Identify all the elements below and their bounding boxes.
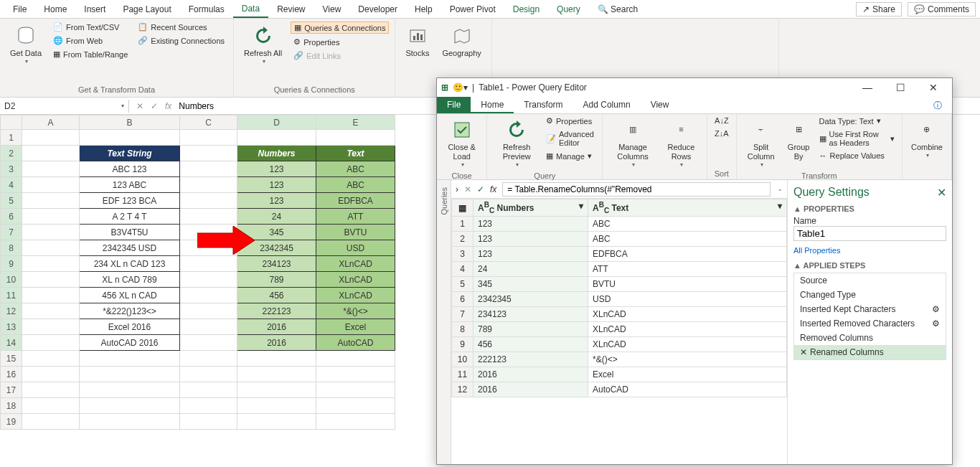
pq-row-number[interactable]: 5	[452, 277, 473, 292]
cell[interactable]: 789	[237, 272, 316, 288]
cell[interactable]: ABC	[316, 161, 395, 177]
name-box[interactable]: D2▾	[0, 100, 129, 113]
row-header[interactable]: 19	[1, 414, 22, 430]
tab-formulas[interactable]: Formulas	[180, 1, 233, 17]
pq-row-number[interactable]: 4	[452, 262, 473, 277]
pq-tab-add-column[interactable]: Add Column	[573, 97, 641, 113]
existing-connections-button[interactable]: 🔗 Existing Connections	[135, 35, 227, 46]
pq-row-number[interactable]: 10	[452, 352, 473, 367]
cell[interactable]: AutoCAD	[316, 335, 395, 351]
cell[interactable]: 123	[237, 177, 316, 193]
cell[interactable]: 234 XL n CAD 123	[80, 256, 180, 272]
smiley-icon[interactable]: 🙂▾	[453, 82, 468, 93]
pq-cell[interactable]: USD	[588, 292, 787, 307]
sort-desc-button[interactable]: Z↓A	[712, 128, 732, 138]
from-text-csv-button[interactable]: 📄 From Text/CSV	[50, 22, 131, 32]
stocks-button[interactable]: Stocks	[401, 22, 433, 61]
pq-cell[interactable]: 789	[473, 322, 588, 337]
tab-file[interactable]: File	[4, 1, 35, 17]
row-header[interactable]: 13	[1, 319, 22, 335]
row-header[interactable]: 17	[1, 382, 22, 398]
step-settings-icon[interactable]: ⚙	[932, 304, 940, 314]
fx-icon[interactable]: fx	[165, 101, 171, 111]
cell[interactable]: Excel 2016	[80, 319, 180, 335]
pq-cell[interactable]: 222123	[473, 352, 588, 367]
row-header[interactable]: 9	[1, 256, 22, 272]
tab-data[interactable]: Data	[233, 1, 268, 18]
col-header[interactable]: B	[80, 115, 180, 130]
close-settings-icon[interactable]: ✕	[937, 186, 946, 199]
queries-connections-button[interactable]: ▦ Queries & Connections	[291, 22, 389, 34]
queries-pane-toggle[interactable]: Queries	[437, 180, 451, 464]
pq-col-header-numbers[interactable]: ABC Numbers ▾	[473, 199, 588, 217]
pq-cell[interactable]: *&()<>	[588, 352, 787, 367]
tab-review[interactable]: Review	[268, 1, 314, 17]
pq-help-icon[interactable]: ⓘ	[923, 97, 952, 113]
cell[interactable]: XLnCAD	[316, 288, 395, 303]
applied-step[interactable]: Inserted Removed Characters⚙	[794, 316, 946, 331]
applied-step[interactable]: Source	[794, 273, 946, 288]
tab-view[interactable]: View	[314, 1, 350, 17]
row-header[interactable]: 6	[1, 209, 22, 225]
tab-query[interactable]: Query	[548, 1, 589, 17]
cell[interactable]: 123 ABC	[80, 177, 180, 193]
pq-row-number[interactable]: 6	[452, 292, 473, 307]
cell[interactable]: Excel	[316, 319, 395, 335]
pq-cell[interactable]: AutoCAD	[588, 382, 787, 397]
cell[interactable]: EDFBCA	[316, 193, 395, 209]
row-header[interactable]: 10	[1, 272, 22, 288]
pq-cancel-icon[interactable]: ✕	[464, 184, 471, 194]
pq-cell[interactable]: 123	[473, 247, 588, 262]
col-header[interactable]: D	[237, 115, 316, 130]
properties-button[interactable]: ⚙ Properties	[291, 37, 389, 47]
cell[interactable]: AutoCAD 2016	[80, 335, 180, 351]
pq-cell[interactable]: Excel	[588, 367, 787, 382]
cell[interactable]: BVTU	[316, 225, 395, 240]
cell[interactable]: 222123	[237, 303, 316, 319]
recent-sources-button[interactable]: 📋 Recent Sources	[135, 22, 227, 32]
close-load-button[interactable]: Close & Load▾	[441, 115, 482, 171]
row-header[interactable]: 12	[1, 303, 22, 319]
applied-step[interactable]: ✕Renamed Columns	[794, 345, 946, 359]
manage-columns-button[interactable]: ▥Manage Columns▾	[607, 115, 659, 171]
row-header[interactable]: 2	[1, 146, 22, 161]
share-button[interactable]: ↗ Share	[856, 2, 902, 16]
comments-button[interactable]: 💬 Comments	[908, 2, 976, 16]
edit-links-button[interactable]: 🔗 Edit Links	[291, 50, 389, 61]
pq-cell[interactable]: ATT	[588, 262, 787, 277]
row-header[interactable]: 4	[1, 177, 22, 193]
cell[interactable]: 123	[237, 161, 316, 177]
cell[interactable]: 123	[237, 193, 316, 209]
cell[interactable]: A 2 T 4 T	[80, 209, 180, 225]
pq-cell[interactable]: ABC	[588, 217, 787, 232]
cell[interactable]: *&222()123<>	[80, 303, 180, 319]
advanced-editor-button[interactable]: 📝 Advanced Editor	[543, 129, 598, 148]
applied-step[interactable]: Inserted Kept Characters⚙	[794, 302, 946, 316]
tab-help[interactable]: Help	[406, 1, 441, 17]
pq-cell[interactable]: XLnCAD	[588, 307, 787, 322]
close-button[interactable]: ✕	[919, 82, 948, 93]
pq-col-header-text[interactable]: ABC Text ▾	[588, 199, 787, 217]
tab-page-layout[interactable]: Page Layout	[114, 1, 179, 17]
query-name-input[interactable]	[793, 226, 946, 241]
geography-button[interactable]: Geography	[438, 22, 485, 61]
pq-row-number[interactable]: 1	[452, 217, 473, 232]
row-header[interactable]: 5	[1, 193, 22, 209]
queries-expand-icon[interactable]: ›	[456, 184, 458, 194]
cell[interactable]: Numbers	[237, 146, 316, 161]
delete-step-icon[interactable]: ✕	[800, 347, 807, 357]
cell[interactable]: 456	[237, 288, 316, 303]
tab-insert[interactable]: Insert	[75, 1, 114, 17]
cell[interactable]: 24	[237, 209, 316, 225]
cell[interactable]: ABC 123	[80, 161, 180, 177]
row-header[interactable]: 15	[1, 351, 22, 367]
cell[interactable]: XLnCAD	[316, 256, 395, 272]
pq-cell[interactable]: 2342345	[473, 292, 588, 307]
from-table-range-button[interactable]: ▦ From Table/Range	[50, 49, 131, 60]
check-icon[interactable]: ✓	[151, 101, 158, 111]
tab-home[interactable]: Home	[35, 1, 75, 17]
cell[interactable]: *&()<>	[316, 303, 395, 319]
row-header[interactable]: 18	[1, 398, 22, 414]
from-web-button[interactable]: 🌐 From Web	[50, 35, 131, 46]
pq-cell[interactable]: 345	[473, 277, 588, 292]
